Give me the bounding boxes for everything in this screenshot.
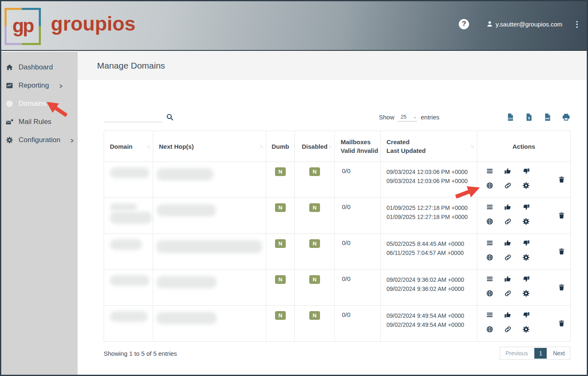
sidebar-item-label: Reporting <box>19 81 49 90</box>
disabled-badge: N <box>309 239 320 248</box>
table-row: N N 0/0 09/02/2024 9:49:54 AM +0000 09/0… <box>104 306 571 342</box>
list-icon[interactable] <box>486 275 493 283</box>
redacted-domain <box>110 167 149 178</box>
dumb-badge: N <box>275 239 285 248</box>
kebab-menu-icon[interactable]: ⋮ <box>573 20 581 28</box>
column-header-domain[interactable]: Domain ↑↓ <box>104 131 153 162</box>
gear-icon[interactable] <box>522 182 530 189</box>
table-row: N N 0/0 01/09/2025 12:27:18 PM +0000 01/… <box>104 198 571 234</box>
globe-icon <box>6 100 13 107</box>
chevron-right-icon: > <box>59 81 62 90</box>
created-timestamp: 05/02/2025 8:44:45 AM +0000 <box>386 239 477 248</box>
trash-icon[interactable] <box>558 319 565 327</box>
column-header-actions: Actions <box>477 131 571 162</box>
mailboxes-count: 0/0 <box>342 275 351 282</box>
redacted-next-hop <box>156 204 216 217</box>
thumbs-down-icon[interactable] <box>522 311 530 319</box>
gear-icon[interactable] <box>522 254 530 261</box>
export-buttons <box>506 113 570 121</box>
thumbs-up-icon[interactable] <box>504 203 512 211</box>
sidebar: Dashboard Reporting > Domains Mail Rules… <box>1 52 78 375</box>
logo-mark: gp <box>5 8 41 45</box>
page-length-select[interactable]: 25 <box>398 113 417 121</box>
next-page-button[interactable]: Next <box>548 347 570 359</box>
trash-icon[interactable] <box>558 176 565 183</box>
updated-timestamp: 09/02/2024 9:36:02 AM +0000 <box>386 284 477 293</box>
thumbs-up-icon[interactable] <box>504 239 512 247</box>
disabled-badge: N <box>309 167 320 176</box>
globe-icon[interactable] <box>486 218 493 225</box>
trash-icon[interactable] <box>558 247 565 255</box>
thumbs-up-icon[interactable] <box>504 275 512 283</box>
link-icon[interactable] <box>504 290 512 297</box>
link-icon[interactable] <box>504 326 512 333</box>
sidebar-item-dashboard[interactable]: Dashboard <box>1 58 78 76</box>
redacted-domain <box>110 239 142 250</box>
current-page-button[interactable]: 1 <box>534 348 547 359</box>
gear-icon[interactable] <box>522 326 530 333</box>
brand-name: groupios <box>51 12 135 35</box>
redacted-domain <box>110 203 137 211</box>
thumbs-up-icon[interactable] <box>504 311 512 319</box>
created-timestamp: 09/03/2024 12:03:06 PM +0000 <box>386 167 477 176</box>
disabled-badge: N <box>309 275 320 284</box>
globe-icon[interactable] <box>486 254 493 261</box>
list-icon[interactable] <box>486 203 493 211</box>
sort-icon[interactable]: ↑↓ <box>471 144 474 149</box>
search-input[interactable] <box>104 112 162 122</box>
list-icon[interactable] <box>486 311 493 319</box>
thumbs-up-icon[interactable] <box>504 167 512 175</box>
gear-icon[interactable] <box>522 218 530 225</box>
sort-icon[interactable]: ↑↓ <box>260 144 263 149</box>
mailboxes-count: 0/0 <box>342 203 351 210</box>
table-footer: Showing 1 to 5 of 5 entries Previous 1 N… <box>104 347 570 360</box>
column-header-mailboxes: Mailboxes Valid /Invalid <box>335 131 381 162</box>
search-icon[interactable] <box>166 113 174 121</box>
help-icon[interactable]: ? <box>459 19 469 29</box>
redacted-next-hop <box>156 312 217 324</box>
sort-icon[interactable]: ↑↓ <box>147 144 149 149</box>
created-timestamp: 01/09/2025 12:27:18 PM +0000 <box>386 203 477 212</box>
gear-icon <box>6 136 13 144</box>
list-icon[interactable] <box>486 239 493 247</box>
gear-icon[interactable] <box>522 290 530 297</box>
thumbs-down-icon[interactable] <box>522 239 530 247</box>
page-title: Manage Domains <box>97 61 165 71</box>
entries-summary: Showing 1 to 5 of 5 entries <box>104 350 177 357</box>
redacted-next-hop <box>156 168 213 181</box>
user-icon <box>486 21 493 27</box>
sort-icon[interactable]: ↑↓ <box>328 144 331 149</box>
column-header-disabled[interactable]: Disabled ↑↓ <box>295 131 335 162</box>
excel-export-icon[interactable] <box>525 113 533 121</box>
main-area: Manage Domains Show 25 ⌄ entries <box>78 51 587 375</box>
column-header-next-hops[interactable]: Next Hop(s) ↑↓ <box>153 131 266 162</box>
link-icon[interactable] <box>504 182 512 189</box>
trash-icon[interactable] <box>558 283 565 291</box>
brand-logo[interactable]: gp groupios <box>5 8 135 45</box>
thumbs-down-icon[interactable] <box>522 275 530 283</box>
list-icon[interactable] <box>486 167 493 175</box>
print-icon[interactable] <box>562 113 570 121</box>
sidebar-item-reporting[interactable]: Reporting > <box>1 76 78 95</box>
thumbs-down-icon[interactable] <box>522 203 530 211</box>
redacted-next-hop <box>156 240 262 253</box>
column-header-created[interactable]: Created Last Updated ↑↓ <box>381 131 477 162</box>
globe-icon[interactable] <box>486 326 493 333</box>
sidebar-item-label: Dashboard <box>19 63 53 71</box>
link-icon[interactable] <box>504 218 512 225</box>
pdf-export-icon[interactable] <box>543 113 552 121</box>
csv-export-icon[interactable] <box>506 113 514 121</box>
previous-page-button[interactable]: Previous <box>500 347 533 359</box>
dumb-badge: N <box>275 167 285 176</box>
globe-icon[interactable] <box>486 290 493 297</box>
table-header-row: Domain ↑↓ Next Hop(s) ↑↓ Dumb Disabled <box>104 131 571 162</box>
globe-icon[interactable] <box>486 182 493 189</box>
mailboxes-count: 0/0 <box>342 311 351 318</box>
sidebar-item-label: Mail Rules <box>19 118 51 126</box>
trash-icon[interactable] <box>558 212 565 219</box>
user-menu[interactable]: y.sautter@groupios.com <box>486 21 562 28</box>
table-toolbar: Show 25 ⌄ entries <box>104 111 570 123</box>
thumbs-down-icon[interactable] <box>522 167 530 175</box>
link-icon[interactable] <box>504 254 512 261</box>
sidebar-item-configuration[interactable]: Configuration > <box>1 131 78 149</box>
